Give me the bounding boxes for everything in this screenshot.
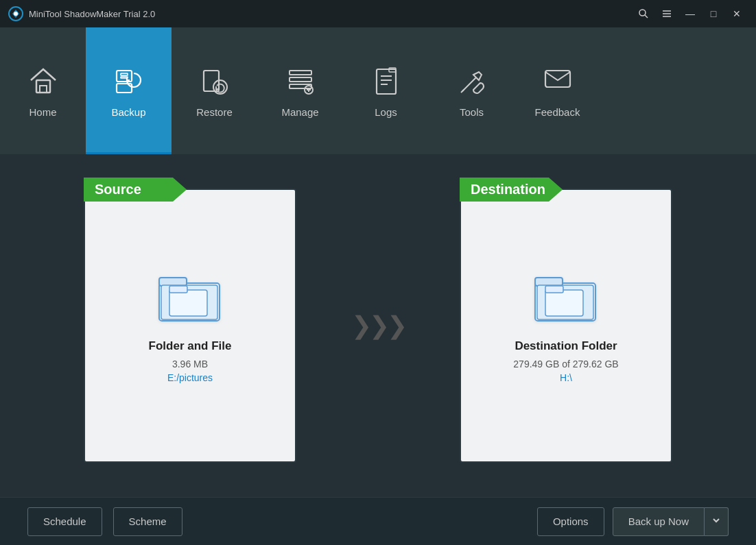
bottom-right: Options Back up Now (537, 507, 729, 536)
destination-card[interactable]: Destination Destination Folder 279.49 GB… (460, 189, 672, 463)
schedule-button[interactable]: Schedule (27, 507, 102, 536)
svg-rect-15 (290, 71, 311, 75)
nav-label-manage: Manage (281, 106, 318, 118)
nav-label-restore: Restore (196, 106, 233, 118)
destination-path: H:\ (560, 372, 572, 383)
source-size: 3.96 MB (172, 359, 208, 370)
destination-size: 279.49 GB of 279.62 GB (513, 359, 618, 370)
svg-rect-32 (169, 286, 187, 293)
destination-title: Destination Folder (515, 339, 617, 353)
svg-rect-36 (545, 290, 583, 316)
source-header: Source (84, 178, 187, 202)
window-controls: — □ ✕ (633, 4, 748, 23)
destination-header: Destination (460, 178, 563, 202)
nav-item-logs[interactable]: Logs (343, 27, 429, 154)
close-button[interactable]: ✕ (726, 4, 748, 23)
source-folder-icon (156, 268, 224, 326)
svg-rect-27 (545, 71, 570, 87)
tools-icon (454, 64, 490, 99)
options-button[interactable]: Options (537, 507, 604, 536)
source-path: E:/pictures (167, 372, 213, 383)
nav-item-backup[interactable]: Backup (86, 27, 172, 154)
minimize-button[interactable]: — (679, 4, 701, 23)
svg-rect-34 (535, 278, 563, 286)
svg-rect-16 (290, 77, 311, 82)
svg-line-3 (645, 15, 648, 18)
svg-rect-37 (545, 286, 563, 293)
bottom-left: Schedule Scheme (27, 507, 182, 536)
backup-now-button[interactable]: Back up Now (613, 507, 705, 536)
backup-icon (111, 64, 147, 99)
svg-rect-29 (159, 278, 187, 286)
nav-label-feedback: Feedback (535, 106, 580, 118)
feedback-icon (540, 64, 576, 99)
nav-label-home: Home (29, 106, 56, 118)
nav-label-backup: Backup (111, 106, 145, 118)
arrow-container: ❯❯❯ (351, 311, 405, 340)
app-logo (8, 6, 23, 21)
main-content: Source Folder and File 3.96 MB E:/pictur… (0, 154, 756, 497)
hamburger-button[interactable] (656, 4, 678, 23)
scheme-button[interactable]: Scheme (113, 507, 182, 536)
svg-point-1 (14, 12, 18, 16)
maximize-button[interactable]: □ (702, 4, 724, 23)
svg-rect-10 (121, 73, 128, 75)
destination-folder-icon (532, 268, 600, 326)
nav-label-tools: Tools (460, 106, 484, 118)
nav-bar: Home Backup Restore (0, 27, 756, 154)
forward-arrows: ❯❯❯ (351, 311, 405, 340)
svg-rect-31 (169, 290, 207, 316)
source-title: Folder and File (149, 339, 232, 353)
nav-item-restore[interactable]: Restore (172, 27, 257, 154)
svg-rect-21 (377, 69, 396, 94)
search-button[interactable] (633, 4, 654, 23)
nav-item-manage[interactable]: Manage (257, 27, 343, 154)
bottom-bar: Schedule Scheme Options Back up Now (0, 497, 756, 545)
svg-rect-8 (40, 86, 47, 93)
svg-line-26 (461, 90, 464, 93)
manage-icon (283, 64, 318, 99)
app-title: MiniTool ShadowMaker Trial 2.0 (29, 9, 633, 19)
nav-item-tools[interactable]: Tools (429, 27, 515, 154)
title-bar: MiniTool ShadowMaker Trial 2.0 — □ ✕ (0, 0, 756, 27)
source-card[interactable]: Source Folder and File 3.96 MB E:/pictur… (84, 189, 296, 463)
backup-dropdown-button[interactable] (705, 507, 729, 536)
logs-icon (368, 64, 404, 99)
svg-point-2 (639, 10, 646, 16)
restore-icon (197, 64, 233, 99)
home-icon (25, 64, 61, 99)
nav-item-feedback[interactable]: Feedback (515, 27, 600, 154)
nav-item-home[interactable]: Home (0, 27, 86, 154)
nav-label-logs: Logs (375, 106, 397, 118)
